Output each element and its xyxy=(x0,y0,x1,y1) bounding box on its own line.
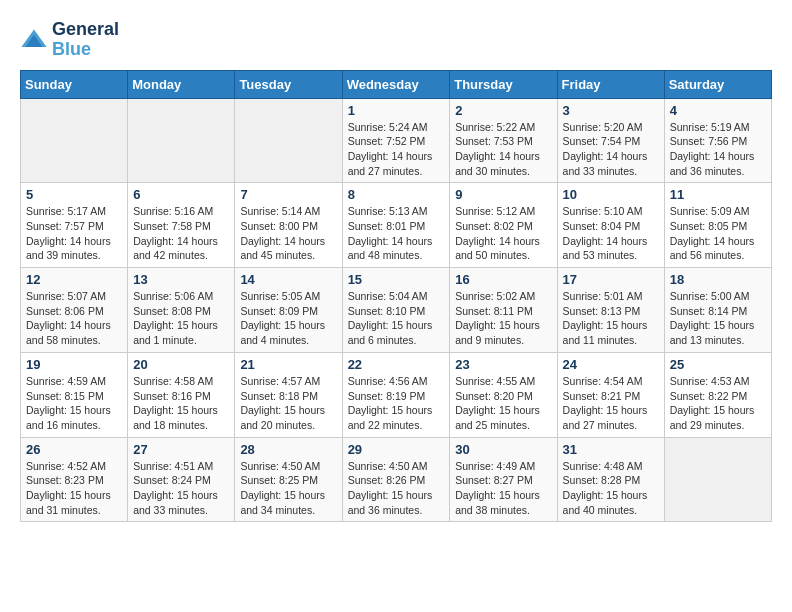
day-info: Sunrise: 4:51 AM Sunset: 8:24 PM Dayligh… xyxy=(133,459,229,518)
day-number: 30 xyxy=(455,442,551,457)
day-info: Sunrise: 5:01 AM Sunset: 8:13 PM Dayligh… xyxy=(563,289,659,348)
day-info: Sunrise: 4:57 AM Sunset: 8:18 PM Dayligh… xyxy=(240,374,336,433)
calendar-week-row: 5Sunrise: 5:17 AM Sunset: 7:57 PM Daylig… xyxy=(21,183,772,268)
calendar-cell: 12Sunrise: 5:07 AM Sunset: 8:06 PM Dayli… xyxy=(21,268,128,353)
calendar-day-header: Saturday xyxy=(664,70,771,98)
day-info: Sunrise: 5:19 AM Sunset: 7:56 PM Dayligh… xyxy=(670,120,766,179)
calendar-day-header: Thursday xyxy=(450,70,557,98)
calendar-cell: 30Sunrise: 4:49 AM Sunset: 8:27 PM Dayli… xyxy=(450,437,557,522)
day-number: 21 xyxy=(240,357,336,372)
day-info: Sunrise: 4:55 AM Sunset: 8:20 PM Dayligh… xyxy=(455,374,551,433)
day-number: 3 xyxy=(563,103,659,118)
calendar-cell: 6Sunrise: 5:16 AM Sunset: 7:58 PM Daylig… xyxy=(128,183,235,268)
logo-text: General Blue xyxy=(52,20,119,60)
day-info: Sunrise: 5:20 AM Sunset: 7:54 PM Dayligh… xyxy=(563,120,659,179)
calendar-cell: 19Sunrise: 4:59 AM Sunset: 8:15 PM Dayli… xyxy=(21,352,128,437)
calendar-cell xyxy=(664,437,771,522)
day-number: 1 xyxy=(348,103,445,118)
day-number: 14 xyxy=(240,272,336,287)
calendar-cell: 24Sunrise: 4:54 AM Sunset: 8:21 PM Dayli… xyxy=(557,352,664,437)
day-info: Sunrise: 5:22 AM Sunset: 7:53 PM Dayligh… xyxy=(455,120,551,179)
day-number: 2 xyxy=(455,103,551,118)
day-info: Sunrise: 4:53 AM Sunset: 8:22 PM Dayligh… xyxy=(670,374,766,433)
calendar-cell: 23Sunrise: 4:55 AM Sunset: 8:20 PM Dayli… xyxy=(450,352,557,437)
day-number: 17 xyxy=(563,272,659,287)
day-info: Sunrise: 5:02 AM Sunset: 8:11 PM Dayligh… xyxy=(455,289,551,348)
calendar-week-row: 1Sunrise: 5:24 AM Sunset: 7:52 PM Daylig… xyxy=(21,98,772,183)
day-number: 22 xyxy=(348,357,445,372)
calendar-cell: 1Sunrise: 5:24 AM Sunset: 7:52 PM Daylig… xyxy=(342,98,450,183)
day-info: Sunrise: 5:00 AM Sunset: 8:14 PM Dayligh… xyxy=(670,289,766,348)
day-number: 28 xyxy=(240,442,336,457)
day-info: Sunrise: 4:56 AM Sunset: 8:19 PM Dayligh… xyxy=(348,374,445,433)
day-info: Sunrise: 5:07 AM Sunset: 8:06 PM Dayligh… xyxy=(26,289,122,348)
day-info: Sunrise: 5:04 AM Sunset: 8:10 PM Dayligh… xyxy=(348,289,445,348)
day-number: 10 xyxy=(563,187,659,202)
day-number: 11 xyxy=(670,187,766,202)
day-number: 29 xyxy=(348,442,445,457)
calendar-cell: 3Sunrise: 5:20 AM Sunset: 7:54 PM Daylig… xyxy=(557,98,664,183)
calendar-week-row: 12Sunrise: 5:07 AM Sunset: 8:06 PM Dayli… xyxy=(21,268,772,353)
day-info: Sunrise: 4:54 AM Sunset: 8:21 PM Dayligh… xyxy=(563,374,659,433)
day-info: Sunrise: 5:05 AM Sunset: 8:09 PM Dayligh… xyxy=(240,289,336,348)
calendar-day-header: Wednesday xyxy=(342,70,450,98)
calendar-day-header: Sunday xyxy=(21,70,128,98)
day-info: Sunrise: 5:06 AM Sunset: 8:08 PM Dayligh… xyxy=(133,289,229,348)
day-number: 24 xyxy=(563,357,659,372)
calendar-cell: 10Sunrise: 5:10 AM Sunset: 8:04 PM Dayli… xyxy=(557,183,664,268)
day-info: Sunrise: 4:58 AM Sunset: 8:16 PM Dayligh… xyxy=(133,374,229,433)
day-info: Sunrise: 4:59 AM Sunset: 8:15 PM Dayligh… xyxy=(26,374,122,433)
day-info: Sunrise: 4:48 AM Sunset: 8:28 PM Dayligh… xyxy=(563,459,659,518)
calendar-cell: 9Sunrise: 5:12 AM Sunset: 8:02 PM Daylig… xyxy=(450,183,557,268)
day-info: Sunrise: 5:10 AM Sunset: 8:04 PM Dayligh… xyxy=(563,204,659,263)
calendar-cell: 25Sunrise: 4:53 AM Sunset: 8:22 PM Dayli… xyxy=(664,352,771,437)
calendar-cell: 4Sunrise: 5:19 AM Sunset: 7:56 PM Daylig… xyxy=(664,98,771,183)
calendar-cell: 18Sunrise: 5:00 AM Sunset: 8:14 PM Dayli… xyxy=(664,268,771,353)
calendar-cell: 15Sunrise: 5:04 AM Sunset: 8:10 PM Dayli… xyxy=(342,268,450,353)
day-number: 7 xyxy=(240,187,336,202)
day-number: 20 xyxy=(133,357,229,372)
day-info: Sunrise: 4:49 AM Sunset: 8:27 PM Dayligh… xyxy=(455,459,551,518)
calendar-cell: 29Sunrise: 4:50 AM Sunset: 8:26 PM Dayli… xyxy=(342,437,450,522)
day-number: 31 xyxy=(563,442,659,457)
day-number: 19 xyxy=(26,357,122,372)
day-number: 9 xyxy=(455,187,551,202)
day-info: Sunrise: 5:24 AM Sunset: 7:52 PM Dayligh… xyxy=(348,120,445,179)
calendar-day-header: Monday xyxy=(128,70,235,98)
day-number: 4 xyxy=(670,103,766,118)
day-number: 5 xyxy=(26,187,122,202)
calendar-cell: 31Sunrise: 4:48 AM Sunset: 8:28 PM Dayli… xyxy=(557,437,664,522)
day-number: 27 xyxy=(133,442,229,457)
calendar-cell: 13Sunrise: 5:06 AM Sunset: 8:08 PM Dayli… xyxy=(128,268,235,353)
calendar-day-header: Tuesday xyxy=(235,70,342,98)
day-info: Sunrise: 4:50 AM Sunset: 8:26 PM Dayligh… xyxy=(348,459,445,518)
calendar-cell: 17Sunrise: 5:01 AM Sunset: 8:13 PM Dayli… xyxy=(557,268,664,353)
calendar-cell: 22Sunrise: 4:56 AM Sunset: 8:19 PM Dayli… xyxy=(342,352,450,437)
page-header: General Blue xyxy=(20,20,772,60)
calendar-week-row: 26Sunrise: 4:52 AM Sunset: 8:23 PM Dayli… xyxy=(21,437,772,522)
day-info: Sunrise: 5:09 AM Sunset: 8:05 PM Dayligh… xyxy=(670,204,766,263)
calendar-cell xyxy=(235,98,342,183)
day-number: 15 xyxy=(348,272,445,287)
calendar-cell: 16Sunrise: 5:02 AM Sunset: 8:11 PM Dayli… xyxy=(450,268,557,353)
calendar-cell: 28Sunrise: 4:50 AM Sunset: 8:25 PM Dayli… xyxy=(235,437,342,522)
day-number: 18 xyxy=(670,272,766,287)
calendar-cell: 5Sunrise: 5:17 AM Sunset: 7:57 PM Daylig… xyxy=(21,183,128,268)
day-number: 26 xyxy=(26,442,122,457)
calendar-header-row: SundayMondayTuesdayWednesdayThursdayFrid… xyxy=(21,70,772,98)
calendar-day-header: Friday xyxy=(557,70,664,98)
day-number: 25 xyxy=(670,357,766,372)
day-number: 16 xyxy=(455,272,551,287)
day-number: 13 xyxy=(133,272,229,287)
calendar-cell: 7Sunrise: 5:14 AM Sunset: 8:00 PM Daylig… xyxy=(235,183,342,268)
day-number: 23 xyxy=(455,357,551,372)
calendar-cell: 21Sunrise: 4:57 AM Sunset: 8:18 PM Dayli… xyxy=(235,352,342,437)
calendar-table: SundayMondayTuesdayWednesdayThursdayFrid… xyxy=(20,70,772,523)
calendar-cell: 27Sunrise: 4:51 AM Sunset: 8:24 PM Dayli… xyxy=(128,437,235,522)
calendar-cell: 14Sunrise: 5:05 AM Sunset: 8:09 PM Dayli… xyxy=(235,268,342,353)
day-info: Sunrise: 5:14 AM Sunset: 8:00 PM Dayligh… xyxy=(240,204,336,263)
day-number: 6 xyxy=(133,187,229,202)
day-info: Sunrise: 5:12 AM Sunset: 8:02 PM Dayligh… xyxy=(455,204,551,263)
calendar-week-row: 19Sunrise: 4:59 AM Sunset: 8:15 PM Dayli… xyxy=(21,352,772,437)
day-number: 8 xyxy=(348,187,445,202)
